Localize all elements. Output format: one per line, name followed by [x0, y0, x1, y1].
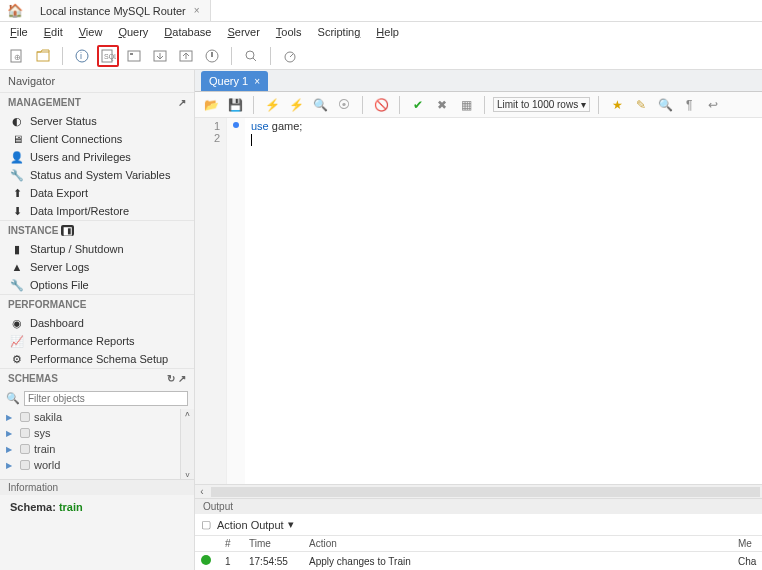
instance-section-header: INSTANCE ◧ [0, 220, 194, 240]
wrap-icon[interactable]: ↩ [703, 95, 723, 115]
expand-icon[interactable]: ↗ [178, 97, 186, 108]
stop-icon[interactable]: ⦿ [334, 95, 354, 115]
execute-icon[interactable]: ⚡ [262, 95, 282, 115]
open-sql-script-icon[interactable] [32, 45, 54, 67]
query-toolbar: 📂 💾 ⚡ ⚡ 🔍 ⦿ 🚫 ✔ ✖ ▦ Limit to 1000 rows ▾… [195, 92, 762, 118]
chevron-right-icon: ▶ [6, 413, 16, 422]
svg-text:SQL: SQL [104, 53, 116, 61]
schema-filter-row: 🔍 [0, 388, 194, 409]
home-icon[interactable]: 🏠 [0, 3, 30, 18]
limit-rows-select[interactable]: Limit to 1000 rows ▾ [493, 97, 590, 112]
nav-performance-reports[interactable]: 📈Performance Reports [0, 332, 194, 350]
nav-options-file[interactable]: 🔧Options File [0, 276, 194, 294]
management-label: MANAGEMENT [8, 97, 81, 108]
toolbar-separator [253, 96, 254, 114]
nav-server-logs[interactable]: ▲Server Logs [0, 258, 194, 276]
close-icon[interactable]: × [254, 76, 260, 87]
menu-help[interactable]: Help [372, 25, 403, 39]
save-icon[interactable]: 💾 [225, 95, 245, 115]
schema-filter-input[interactable] [24, 391, 188, 406]
rollback-icon[interactable]: ✖ [432, 95, 452, 115]
line-number: 2 [195, 132, 220, 144]
scroll-up-icon[interactable]: ʌ [181, 409, 194, 418]
execute-current-icon[interactable]: ⚡ [286, 95, 306, 115]
refresh-icon[interactable]: ↻ [167, 373, 175, 384]
main-area: Query 1 × 📂 💾 ⚡ ⚡ 🔍 ⦿ 🚫 ✔ ✖ ▦ Limit to 1… [195, 70, 762, 570]
toggle-invisible-icon[interactable]: ¶ [679, 95, 699, 115]
export-icon: ⬆ [10, 187, 24, 200]
svg-line-16 [290, 54, 293, 57]
toolbar-separator [231, 47, 232, 65]
title-bar: 🏠 Local instance MySQL Router × [0, 0, 762, 22]
close-icon[interactable]: × [194, 5, 200, 16]
nav-server-status[interactable]: ◐Server Status [0, 112, 194, 130]
nav-performance-schema[interactable]: ⚙Performance Schema Setup [0, 350, 194, 368]
find-icon[interactable]: 🔍 [655, 95, 675, 115]
sql-editor[interactable]: 1 2 use game; [195, 118, 762, 484]
menu-database[interactable]: Database [160, 25, 215, 39]
info-icon[interactable]: i [71, 45, 93, 67]
output-panel-icon[interactable]: ▢ [201, 518, 211, 531]
search-icon: 🔍 [6, 392, 20, 405]
management-list: ◐Server Status 🖥Client Connections 👤User… [0, 112, 194, 220]
nav-data-export[interactable]: ⬆Data Export [0, 184, 194, 202]
output-type-select[interactable]: Action Output ▾ [217, 518, 294, 531]
col-status [195, 536, 219, 551]
index-cell: 1 [219, 554, 243, 569]
expand-icon[interactable]: ↗ [178, 373, 186, 384]
nav-users-privileges[interactable]: 👤Users and Privileges [0, 148, 194, 166]
explain-icon[interactable]: 🔍 [310, 95, 330, 115]
open-file-icon[interactable]: 📂 [201, 95, 221, 115]
nav-status-variables[interactable]: 🔧Status and System Variables [0, 166, 194, 184]
connection-tab[interactable]: Local instance MySQL Router × [30, 0, 211, 21]
new-query-tab-icon[interactable]: SQL [97, 45, 119, 67]
menu-view[interactable]: View [75, 25, 107, 39]
menu-query[interactable]: Query [114, 25, 152, 39]
startup-icon[interactable] [201, 45, 223, 67]
table-row[interactable]: 1 17:54:55 Apply changes to Train Cha [195, 552, 762, 570]
output-header: Output [195, 498, 762, 514]
nav-data-import[interactable]: ⬇Data Import/Restore [0, 202, 194, 220]
message-cell: Cha [732, 554, 762, 569]
chevron-right-icon: ▶ [6, 445, 16, 454]
data-import-icon[interactable] [175, 45, 197, 67]
nav-client-connections[interactable]: 🖥Client Connections [0, 130, 194, 148]
code-area[interactable]: use game; [245, 118, 762, 484]
editor-horizontal-scrollbar[interactable]: ‹ [195, 484, 762, 498]
scroll-left-icon[interactable]: ‹ [195, 486, 209, 497]
nav-startup-shutdown[interactable]: ▮Startup / Shutdown [0, 240, 194, 258]
menu-server[interactable]: Server [223, 25, 263, 39]
limit-rows-label: Limit to 1000 rows [497, 99, 578, 110]
query-tab[interactable]: Query 1 × [201, 71, 268, 91]
schema-item-sys[interactable]: ▶sys [6, 425, 174, 441]
menu-tools[interactable]: Tools [272, 25, 306, 39]
nav-dashboard[interactable]: ◉Dashboard [0, 314, 194, 332]
beautify-icon[interactable]: ✎ [631, 95, 651, 115]
startup-shutdown-icon: ▮ [10, 243, 24, 256]
schema-scrollbar[interactable]: ʌ v [180, 409, 194, 479]
chevron-right-icon: ▶ [6, 461, 16, 470]
schema-item-world[interactable]: ▶world [6, 457, 174, 473]
info-schema-label: Schema: [10, 501, 56, 513]
dashboard-icon[interactable] [279, 45, 301, 67]
toolbar-separator [598, 96, 599, 114]
search-icon[interactable] [240, 45, 262, 67]
autocommit-icon[interactable]: ▦ [456, 95, 476, 115]
data-export-icon[interactable] [149, 45, 171, 67]
star-icon[interactable]: ★ [607, 95, 627, 115]
menu-edit[interactable]: Edit [40, 25, 67, 39]
menu-file[interactable]: File [6, 25, 32, 39]
menu-scripting[interactable]: Scripting [314, 25, 365, 39]
scroll-down-icon[interactable]: v [181, 470, 194, 479]
schema-item-sakila[interactable]: ▶sakila [6, 409, 174, 425]
output-toolbar: ▢ Action Output ▾ [195, 514, 762, 536]
commit-icon[interactable]: ✔ [408, 95, 428, 115]
new-sql-tab-icon[interactable]: ⊕ [6, 45, 28, 67]
svg-point-3 [76, 50, 88, 62]
do-not-icon[interactable]: 🚫 [371, 95, 391, 115]
instance-list: ▮Startup / Shutdown ▲Server Logs 🔧Option… [0, 240, 194, 294]
keyword: use [251, 120, 269, 132]
db-status-icon[interactable] [123, 45, 145, 67]
schema-item-train[interactable]: ▶train [6, 441, 174, 457]
management-section-header: MANAGEMENT ↗ [0, 92, 194, 112]
